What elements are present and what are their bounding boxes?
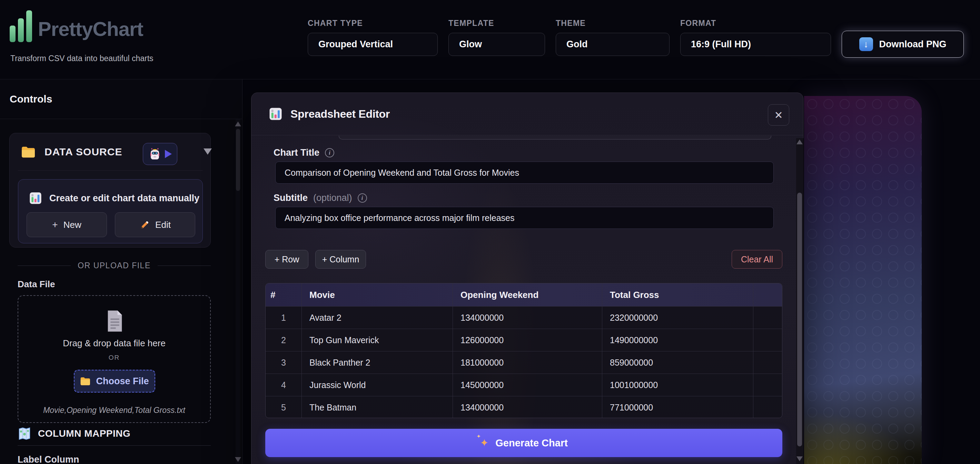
cell-extra[interactable] — [753, 351, 782, 373]
sidebar-scrollbar-thumb[interactable] — [236, 129, 240, 191]
chart-type-select[interactable]: Grouped Vertical — [308, 33, 438, 56]
dot-pattern — [804, 96, 922, 464]
chart-title-label: Chart Title i — [274, 147, 334, 158]
or-upload-divider: OR UPLOAD FILE — [18, 261, 211, 270]
theme-value: Gold — [566, 39, 588, 50]
chart-type-group: CHART TYPE Grouped Vertical — [308, 19, 438, 56]
template-select[interactable]: Glow — [449, 33, 545, 56]
template-value: Glow — [459, 39, 482, 50]
scroll-down-icon[interactable] — [235, 457, 241, 462]
scrolled-input-edge — [339, 136, 771, 139]
cell-opening[interactable]: 181000000 — [453, 351, 602, 373]
cell-extra[interactable] — [753, 306, 782, 328]
cell-movie[interactable]: Top Gun Maverick — [301, 329, 453, 351]
spreadsheet-table: # Movie Opening Weekend Total Gross 1 Av… — [265, 283, 782, 418]
table-actions: + Row + Column Clear All — [265, 250, 789, 269]
chart-type-label: CHART TYPE — [308, 19, 438, 28]
cell-movie[interactable]: Jurassic World — [301, 374, 453, 396]
app-tagline: Transform CSV data into beautiful charts — [10, 54, 153, 63]
row-number: 2 — [266, 329, 301, 351]
table-row: 4 Jurassic World 145000000 1001000000 — [266, 373, 782, 396]
plus-icon: + — [52, 219, 57, 230]
download-png-button[interactable]: ↓ Download PNG — [842, 31, 964, 57]
cell-opening[interactable]: 134000000 — [453, 396, 602, 418]
cell-movie[interactable]: The Batman — [301, 396, 453, 418]
close-icon[interactable]: ✕ — [768, 104, 789, 126]
template-group: TEMPLATE Glow — [449, 19, 545, 56]
chart-title-input[interactable] — [275, 161, 774, 184]
drag-drop-text: Drag & drop data file here — [18, 338, 210, 349]
or-upload-text: OR UPLOAD FILE — [78, 261, 150, 270]
download-label: Download PNG — [879, 39, 947, 50]
cell-movie[interactable]: Avatar 2 — [301, 306, 453, 328]
app-root: PrettyChart Transform CSV data into beau… — [0, 0, 980, 464]
cell-opening[interactable]: 145000000 — [453, 374, 602, 396]
subtitle-input[interactable] — [275, 207, 774, 229]
format-select[interactable]: 16:9 (Full HD) — [680, 33, 831, 56]
cell-extra[interactable] — [753, 329, 782, 351]
edit-data-button[interactable]: Edit — [115, 212, 195, 237]
column-header: Opening Weekend — [453, 284, 602, 306]
data-file-label: Data File — [18, 279, 55, 290]
play-icon — [165, 150, 172, 158]
controls-title: Controls — [10, 93, 52, 105]
add-column-button[interactable]: + Column — [315, 250, 366, 269]
robot-icon — [148, 147, 161, 161]
format-group: FORMAT 16:9 (Full HD) — [680, 19, 831, 56]
column-mapping-header: COLUMN MAPPING — [19, 427, 130, 440]
scroll-up-icon[interactable] — [797, 139, 803, 144]
add-row-button[interactable]: + Row — [265, 250, 309, 269]
uploaded-filename: Movie,Opening Weekend,Total Gross.txt — [18, 406, 210, 415]
cell-total[interactable]: 859000000 — [602, 351, 753, 373]
bar-chart-icon — [29, 191, 43, 205]
choose-file-button[interactable]: Choose File — [74, 370, 155, 392]
cell-extra[interactable] — [753, 374, 782, 396]
divider — [18, 445, 211, 446]
row-number: 3 — [266, 351, 301, 373]
spreadsheet-editor-modal: Spreadsheet Editor ✕ Chart Title i Subti… — [251, 92, 803, 464]
cell-opening[interactable]: 126000000 — [453, 329, 602, 351]
format-label: FORMAT — [680, 19, 831, 28]
download-icon: ↓ — [859, 37, 873, 51]
theme-group: THEME Gold — [556, 19, 670, 56]
scroll-down-icon[interactable] — [797, 456, 803, 461]
sparkles-icon: ✦✦ — [480, 438, 488, 448]
info-icon: i — [358, 193, 367, 203]
theme-select[interactable]: Gold — [556, 33, 670, 56]
file-dropzone[interactable]: Drag & drop data file here OR Choose Fil… — [18, 295, 211, 423]
cell-movie[interactable]: Black Panther 2 — [301, 351, 453, 373]
cell-extra[interactable] — [753, 396, 782, 418]
choose-file-label: Choose File — [96, 376, 149, 387]
map-icon — [19, 427, 30, 440]
generate-chart-button[interactable]: ✦✦ Generate Chart — [265, 429, 782, 457]
label-column-label: Label Column — [18, 454, 80, 464]
table-row: 3 Black Panther 2 181000000 859000000 — [266, 351, 782, 373]
app-logo-icon — [10, 10, 32, 42]
chevron-down-icon[interactable] — [204, 148, 212, 155]
new-data-button[interactable]: + New — [27, 212, 107, 237]
ai-assistant-button[interactable] — [143, 143, 177, 165]
cell-opening[interactable]: 134000000 — [453, 306, 602, 328]
scroll-up-icon[interactable] — [235, 121, 241, 126]
folder-icon — [21, 146, 36, 158]
manual-data-card: Create or edit chart data manually + New… — [18, 179, 203, 243]
cell-total[interactable]: 2320000000 — [602, 306, 753, 328]
cell-total[interactable]: 1490000000 — [602, 329, 753, 351]
modal-title: Spreadsheet Editor — [290, 108, 390, 121]
document-icon — [106, 310, 124, 332]
format-value: 16:9 (Full HD) — [691, 39, 751, 50]
clear-all-button[interactable]: Clear All — [732, 250, 782, 269]
data-source-header[interactable]: DATA SOURCE — [10, 133, 210, 170]
data-source-panel: DATA SOURCE Create or edit chart data ma… — [9, 133, 211, 247]
table-header-row: # Movie Opening Weekend Total Gross — [266, 284, 782, 306]
divider — [18, 170, 203, 171]
modal-scrollbar-thumb[interactable] — [797, 193, 802, 446]
top-header: PrettyChart Transform CSV data into beau… — [0, 0, 980, 80]
chart-preview-panel — [804, 96, 922, 464]
bar-chart-icon — [268, 107, 283, 121]
column-header-empty — [753, 284, 782, 306]
column-header: Movie — [301, 284, 453, 306]
cell-total[interactable]: 771000000 — [602, 396, 753, 418]
controls-header: Controls — [0, 80, 242, 119]
cell-total[interactable]: 1001000000 — [602, 374, 753, 396]
